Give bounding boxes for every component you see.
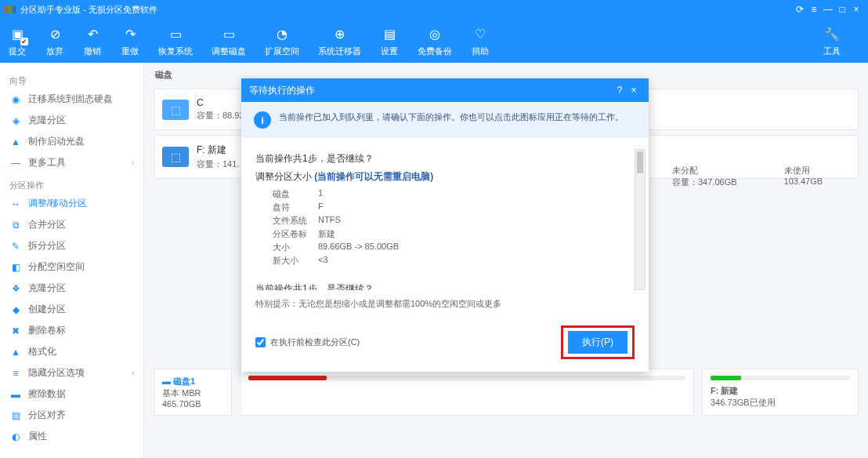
- app-logo: [5, 5, 16, 13]
- clone-icon: ▭: [219, 25, 238, 44]
- apply-icon: ▣: [8, 25, 27, 44]
- chevron-right-icon: ›: [132, 158, 134, 167]
- align-icon: ▤: [9, 409, 22, 422]
- cd-icon: ▲: [9, 136, 22, 148]
- split-icon: ✎: [9, 240, 22, 253]
- sidebar-item-label: 克隆分区: [28, 282, 66, 295]
- check-before-exec-checkbox[interactable]: [255, 337, 266, 347]
- sidebar-item-split[interactable]: ✎拆分分区: [0, 235, 143, 256]
- dialog-info-banner: i 当前操作已加入到队列里，请确认下面的操作。你也可以点击此图标应用正在等待的工…: [241, 102, 649, 138]
- merge-icon: ⧉: [9, 219, 22, 231]
- info-icon: i: [254, 111, 271, 129]
- kv-val: 89.66GB -> 85.00GB: [318, 242, 399, 253]
- sidebar-item-more-tools[interactable]: —更多工具›: [0, 152, 143, 173]
- op-title-desc: (当前操作可以无需重启电脑): [314, 171, 433, 182]
- heart-icon: ♡: [471, 25, 490, 44]
- sidebar-item-align[interactable]: ▤分区对齐: [0, 405, 143, 426]
- unallocated-label: 未分配: [672, 165, 737, 176]
- maximize-button[interactable]: □: [835, 4, 849, 15]
- kv-key: 盘符: [255, 202, 318, 213]
- sidebar-item-label: 创建分区: [28, 303, 66, 316]
- disk-icon: ◈: [9, 114, 22, 127]
- kv-val: 1: [318, 188, 323, 200]
- disk-map-main[interactable]: [240, 369, 694, 416]
- sidebar-item-label: 分区对齐: [28, 409, 66, 422]
- backup-button[interactable]: ▭恢复系统: [158, 25, 193, 57]
- apply-button[interactable]: ▣提交: [8, 25, 27, 57]
- sidebar-item-wipe[interactable]: ▬擦除数据: [0, 383, 143, 405]
- kv-val: F: [318, 202, 324, 213]
- redo-button[interactable]: ↷重做: [121, 25, 139, 57]
- sidebar-item-hide[interactable]: ≡隐藏分区选项›: [0, 362, 143, 383]
- drive-capacity: 容量：141.: [197, 158, 239, 170]
- sidebar-item-label: 擦除数据: [28, 387, 66, 401]
- kv-key: 文件系统: [255, 215, 318, 227]
- dialog-title: 等待执行的操作: [249, 84, 315, 97]
- undo-icon: ↶: [83, 25, 102, 44]
- disk-summary[interactable]: ▬ 磁盘1 基本 MBR 465.70GB: [154, 369, 232, 416]
- sidebar-item-label: 属性: [28, 430, 47, 443]
- kv-val: NTFS: [318, 215, 341, 227]
- minimize-button[interactable]: —: [821, 4, 835, 15]
- drive-name: F: 新建: [197, 144, 239, 157]
- sidebar-item-bootdisc[interactable]: ▲制作启动光盘: [0, 131, 143, 152]
- close-button[interactable]: ×: [849, 4, 863, 15]
- sidebar-item-label: 分配空闲空间: [28, 260, 85, 274]
- sidebar-item-format[interactable]: ▲格式化: [0, 341, 143, 362]
- pie-icon: ◔: [273, 25, 291, 44]
- migrate-button[interactable]: ⊕系统迁移器: [318, 25, 361, 57]
- backup-icon: ▭: [166, 25, 185, 44]
- donate-button[interactable]: ♡捐助: [471, 25, 490, 57]
- unused-cap: 103.47GB: [784, 176, 823, 186]
- kv-key: 分区卷标: [255, 228, 318, 240]
- section-2-title: 当前操作共1步，是否继续？: [255, 282, 622, 290]
- pending-ops-dialog: 等待执行的操作 ? × i 当前操作已加入到队列里，请确认下面的操作。你也可以点…: [241, 78, 649, 372]
- tools-icon: —: [9, 157, 22, 169]
- sidebar-item-migrate-os[interactable]: ◉迁移系统到固态硬盘: [0, 89, 143, 110]
- dialog-titlebar: 等待执行的操作 ? ×: [241, 78, 649, 102]
- sidebar-item-label: 制作启动光盘: [28, 135, 85, 148]
- sidebar-item-label: 迁移系统到固态硬盘: [28, 93, 113, 106]
- sidebar-item-resize[interactable]: ↔调整/移动分区: [0, 193, 143, 214]
- resize-button[interactable]: ◔扩展空间: [265, 25, 299, 57]
- sidebar-item-clone[interactable]: ❖克隆分区: [0, 278, 143, 299]
- right-summary: 未分配 容量：347.06GB 未使用 103.47GB: [672, 165, 860, 188]
- create-icon: ◆: [9, 304, 22, 316]
- kv-key: 大小: [255, 242, 318, 253]
- hide-icon: ≡: [9, 367, 22, 380]
- sidebar-item-label: 调整/移动分区: [28, 197, 87, 210]
- sidebar-item-delete[interactable]: ✖删除卷标: [0, 320, 143, 341]
- dialog-info-text: 当前操作已加入到队列里，请确认下面的操作。你也可以点击此图标应用正在等待的工作。: [279, 111, 636, 123]
- sidebar-item-merge[interactable]: ⧉合并分区: [0, 214, 143, 235]
- menu-icon[interactable]: ≡: [807, 4, 821, 15]
- tools-button[interactable]: 🔧工具: [823, 25, 841, 57]
- sidebar-item-label: 合并分区: [28, 218, 66, 231]
- sidebar-item-label: 删除卷标: [28, 324, 66, 337]
- sidebar-item-create[interactable]: ◆创建分区: [0, 299, 143, 320]
- dialog-close-button[interactable]: ×: [627, 85, 641, 96]
- discard-button[interactable]: ⊘放弃: [45, 25, 64, 57]
- sidebar-item-alloc[interactable]: ◧分配空闲空间: [0, 256, 143, 278]
- dialog-body: 当前操作共1步，是否继续？ 调整分区大小 (当前操作可以无需重启电脑) 磁盘1 …: [241, 138, 649, 295]
- sidebar-item-clone-partition[interactable]: ◈克隆分区: [0, 110, 143, 131]
- kv-key: 磁盘: [255, 188, 318, 200]
- refresh-icon[interactable]: ⟳: [793, 4, 807, 15]
- scrollbar[interactable]: [635, 149, 646, 290]
- discard-icon: ⊘: [45, 25, 64, 44]
- sidebar-item-label: 格式化: [28, 345, 56, 358]
- disk-map-f[interactable]: F: 新建 346.73GB已使用: [702, 369, 859, 416]
- upgrade-button[interactable]: ◎免费备份: [418, 25, 452, 57]
- sidebar-item-properties[interactable]: ◐属性: [0, 426, 143, 447]
- clone-button[interactable]: ▭调整磁盘: [212, 25, 246, 57]
- dialog-help-button[interactable]: ?: [613, 85, 627, 96]
- execute-button[interactable]: 执行(P): [568, 331, 627, 354]
- sidebar-item-label: 隐藏分区选项: [28, 366, 85, 380]
- check-before-exec[interactable]: 在执行前检查此分区(C): [255, 336, 360, 348]
- redo-icon: ↷: [121, 25, 139, 44]
- format-icon: ▲: [9, 346, 22, 358]
- wipe-icon: ▬: [9, 388, 22, 401]
- undo-button[interactable]: ↶撤销: [83, 25, 102, 57]
- scrollbar-thumb[interactable]: [637, 151, 643, 173]
- settings-button[interactable]: ▤设置: [380, 25, 399, 57]
- drive-icon: ⬚: [162, 147, 189, 167]
